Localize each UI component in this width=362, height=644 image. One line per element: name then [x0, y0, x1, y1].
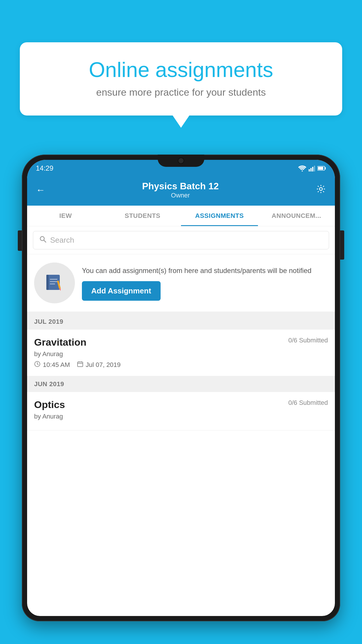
phone-outer: 14:29	[22, 155, 340, 621]
tab-students[interactable]: STUDENTS	[104, 206, 181, 226]
calendar-icon	[77, 361, 83, 369]
header-center: Physics Batch 12 Owner	[45, 181, 316, 199]
back-button[interactable]: ←	[36, 185, 45, 195]
front-camera	[178, 158, 184, 164]
settings-icon[interactable]	[316, 184, 326, 197]
svg-rect-4	[314, 166, 315, 172]
time-item: 10:45 AM	[34, 361, 70, 369]
search-icon	[39, 235, 47, 245]
assignment-author: by Anurag	[34, 350, 328, 358]
promo-text: You can add assignment(s) from here and …	[82, 265, 328, 276]
status-time: 14:29	[36, 164, 53, 172]
phone-screen: 14:29	[27, 160, 335, 616]
assignment-date: Jul 07, 2019	[86, 361, 121, 369]
phone-notch	[158, 155, 204, 167]
svg-marker-17	[59, 288, 61, 291]
svg-rect-7	[318, 167, 323, 170]
svg-point-0	[302, 170, 303, 172]
assignment-author-optics: by Anurag	[34, 413, 328, 420]
date-item: Jul 07, 2019	[77, 361, 121, 369]
svg-rect-3	[312, 167, 313, 172]
phone-wrapper: 14:29	[22, 155, 340, 644]
tabs-bar: IEW STUDENTS ASSIGNMENTS ANNOUNCEM...	[27, 206, 335, 226]
assignment-name: Gravitation	[34, 337, 86, 348]
promo-icon-circle	[34, 262, 75, 303]
svg-rect-14	[50, 281, 57, 282]
assignment-item-gravitation[interactable]: Gravitation 0/6 Submitted by Anurag 10:4…	[27, 330, 335, 376]
header-title: Physics Batch 12	[45, 181, 316, 192]
svg-point-8	[319, 188, 322, 190]
search-box[interactable]: Search	[33, 231, 329, 249]
assignment-row1-optics: Optics 0/6 Submitted	[34, 399, 328, 410]
svg-rect-1	[309, 169, 310, 172]
speech-bubble-container: Online assignments ensure more practice …	[20, 42, 342, 116]
assignment-time: 10:45 AM	[43, 361, 70, 369]
header-subtitle: Owner	[45, 192, 316, 199]
battery-icon	[317, 166, 326, 171]
svg-rect-6	[325, 167, 326, 169]
bubble-subtitle: ensure more practice for your students	[37, 87, 325, 98]
app-header: ← Physics Batch 12 Owner	[27, 175, 335, 206]
svg-rect-19	[78, 362, 83, 367]
search-container: Search	[27, 226, 335, 254]
speech-bubble: Online assignments ensure more practice …	[20, 42, 342, 116]
add-assignment-button[interactable]: Add Assignment	[82, 281, 161, 301]
bubble-title: Online assignments	[37, 58, 325, 81]
svg-line-10	[44, 240, 46, 243]
assignment-row1: Gravitation 0/6 Submitted	[34, 337, 328, 348]
svg-rect-13	[50, 279, 57, 280]
wifi-icon	[298, 165, 306, 172]
signal-icon	[309, 165, 315, 172]
section-header-jul: JUL 2019	[27, 314, 335, 330]
assignment-submitted-optics: 0/6 Submitted	[288, 399, 328, 407]
tab-overview[interactable]: IEW	[27, 206, 104, 226]
assignment-item-optics[interactable]: Optics 0/6 Submitted by Anurag	[27, 392, 335, 430]
assignment-promo: You can add assignment(s) from here and …	[27, 254, 335, 314]
promo-content: You can add assignment(s) from here and …	[82, 265, 328, 301]
section-header-jun: JUN 2019	[27, 376, 335, 392]
assignment-submitted: 0/6 Submitted	[288, 337, 328, 344]
svg-point-9	[40, 237, 44, 241]
assignment-name-optics: Optics	[34, 399, 65, 410]
status-icons	[298, 165, 326, 172]
notebook-icon	[44, 272, 65, 293]
assignment-meta: 10:45 AM Jul 07, 2019	[34, 361, 328, 369]
svg-rect-15	[50, 284, 55, 284]
tab-announcements[interactable]: ANNOUNCEM...	[258, 206, 335, 226]
svg-rect-2	[310, 168, 312, 172]
tab-assignments[interactable]: ASSIGNMENTS	[181, 206, 258, 226]
clock-icon	[34, 361, 41, 369]
search-placeholder: Search	[50, 236, 74, 245]
svg-rect-12	[46, 275, 49, 290]
